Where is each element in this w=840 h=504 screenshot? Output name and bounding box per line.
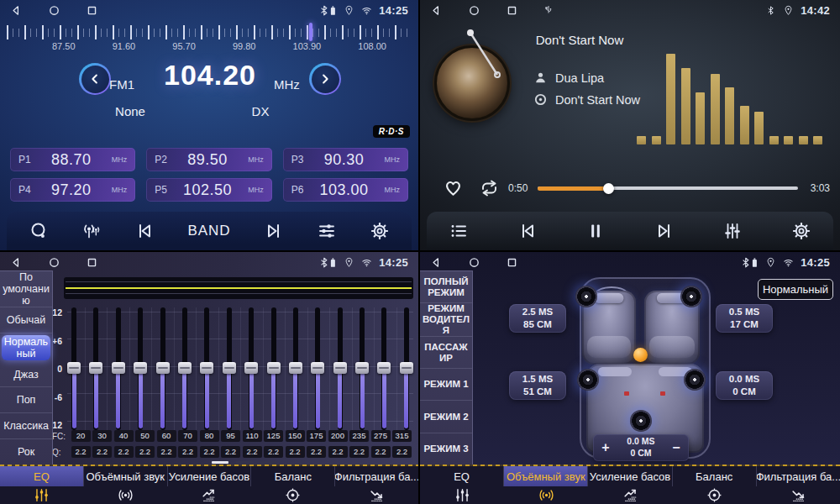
- tab-balance[interactable]: Баланс: [250, 466, 334, 486]
- back-icon[interactable]: [10, 256, 23, 269]
- tab-eq-sliders[interactable]: EQ: [420, 466, 503, 486]
- eq-preset-item[interactable]: Классика: [0, 413, 52, 439]
- slider-thumb[interactable]: [178, 362, 192, 374]
- tune-up-button[interactable]: [309, 63, 341, 95]
- broadcast-icon[interactable]: [81, 221, 102, 241]
- slider-thumb[interactable]: [267, 362, 281, 374]
- slider-thumb[interactable]: [156, 362, 170, 374]
- eq-preset-item[interactable]: Нормальный: [2, 335, 50, 360]
- home-icon[interactable]: [48, 4, 60, 17]
- slider-thumb[interactable]: [112, 362, 125, 374]
- eq-band-slider[interactable]: [333, 307, 347, 430]
- radio-preset-button[interactable]: P289.50MHz: [146, 148, 271, 171]
- profile-button[interactable]: Нормальный: [758, 279, 833, 300]
- surround-sound-icon[interactable]: [504, 486, 588, 504]
- eq-preset-item[interactable]: Рок: [0, 439, 52, 465]
- tab-eq-sliders[interactable]: EQ: [0, 466, 83, 486]
- home-icon[interactable]: [48, 256, 60, 269]
- tab-bass-boost[interactable]: Усиление басов: [167, 466, 251, 486]
- listening-mode-item[interactable]: ПАССАЖИР: [420, 337, 472, 369]
- eq-band-slider[interactable]: [244, 307, 258, 430]
- bass-boost-icon[interactable]: [588, 486, 672, 504]
- listening-mode-item[interactable]: ПОЛНЫЙ РЕЖИМ: [420, 271, 472, 303]
- balance-icon[interactable]: [251, 486, 335, 504]
- eq-band-slider[interactable]: [311, 307, 324, 430]
- radio-preset-button[interactable]: P188.70MHz: [10, 148, 135, 171]
- listening-position-marker[interactable]: [633, 348, 648, 362]
- scan-search-icon[interactable]: [29, 221, 49, 241]
- decrease-delay-button[interactable]: −: [664, 440, 689, 455]
- listening-mode-item[interactable]: РЕЖИМ ВОДИТЕЛЯ: [420, 303, 472, 337]
- recents-icon[interactable]: [86, 4, 98, 17]
- recents-icon[interactable]: [506, 256, 518, 269]
- slider-thumb[interactable]: [244, 362, 258, 374]
- recents-icon[interactable]: [86, 256, 98, 269]
- progress-bar[interactable]: [538, 186, 798, 190]
- eq-band-slider[interactable]: [200, 307, 213, 430]
- slider-thumb[interactable]: [377, 362, 391, 374]
- eq-band-slider[interactable]: [134, 307, 147, 430]
- tab-bass-filter[interactable]: Фильтрация ба...: [756, 466, 840, 486]
- slider-thumb[interactable]: [333, 362, 347, 374]
- eq-band-slider[interactable]: [67, 307, 81, 430]
- tune-down-button[interactable]: [79, 63, 111, 95]
- recents-icon[interactable]: [506, 4, 518, 17]
- eq-band-slider[interactable]: [400, 307, 413, 430]
- playlist-icon[interactable]: [449, 221, 469, 241]
- eq-preset-item[interactable]: По умолчанию: [0, 271, 52, 307]
- slider-thumb[interactable]: [400, 362, 413, 374]
- front-left-delay-button[interactable]: 2.5 MS 85 CM: [509, 304, 566, 333]
- tab-surround-sound[interactable]: Объёмный звук: [503, 466, 587, 486]
- front-right-delay-button[interactable]: 0.5 MS 17 CM: [716, 304, 773, 333]
- eq-band-slider[interactable]: [355, 307, 369, 430]
- repeat-icon[interactable]: [478, 178, 501, 198]
- home-icon[interactable]: [468, 256, 480, 269]
- bass-filter-icon[interactable]: [756, 486, 840, 504]
- eq-band-slider[interactable]: [267, 307, 281, 430]
- pause-icon[interactable]: [585, 221, 606, 241]
- favorite-icon[interactable]: [443, 177, 464, 198]
- slider-thumb[interactable]: [134, 362, 147, 374]
- radio-preset-button[interactable]: P5102.50MHz: [146, 178, 271, 202]
- band-button[interactable]: BAND: [187, 223, 230, 239]
- eq-band-slider[interactable]: [178, 307, 192, 430]
- slider-thumb[interactable]: [67, 362, 81, 374]
- rear-left-delay-button[interactable]: 1.5 MS 51 CM: [509, 371, 566, 400]
- next-track-icon[interactable]: [654, 221, 675, 241]
- slider-thumb[interactable]: [200, 362, 213, 374]
- progress-thumb[interactable]: [603, 183, 614, 194]
- eq-band-slider[interactable]: [89, 307, 102, 430]
- seek-next-icon[interactable]: [264, 221, 284, 241]
- slider-thumb[interactable]: [89, 362, 102, 374]
- eq-band-slider[interactable]: [112, 307, 125, 430]
- eq-band-slider[interactable]: [377, 307, 391, 430]
- gear-icon[interactable]: [370, 221, 390, 241]
- back-icon[interactable]: [430, 256, 443, 269]
- balance-icon[interactable]: [672, 486, 756, 504]
- slider-thumb[interactable]: [355, 362, 369, 374]
- eq-band-slider[interactable]: [223, 307, 236, 430]
- eq-preset-item[interactable]: Обычай: [0, 307, 52, 333]
- frequency-scale[interactable]: 87.5091.6095.7099.80103.90108.00: [7, 25, 412, 55]
- increase-delay-button[interactable]: +: [593, 440, 618, 455]
- eq-band-slider[interactable]: [289, 307, 302, 430]
- surround-sound-icon[interactable]: [84, 486, 168, 504]
- gear-icon[interactable]: [791, 221, 811, 241]
- rear-right-delay-button[interactable]: 0.0 MS 0 CM: [716, 371, 773, 400]
- tab-bass-filter[interactable]: Фильтрация ба...: [334, 466, 418, 486]
- bass-filter-icon[interactable]: [334, 486, 418, 504]
- seek-previous-icon[interactable]: [134, 221, 155, 241]
- tab-surround-sound[interactable]: Объёмный звук: [83, 466, 167, 486]
- home-icon[interactable]: [468, 4, 480, 17]
- slider-thumb[interactable]: [289, 362, 302, 374]
- radio-preset-button[interactable]: P390.30MHz: [283, 148, 408, 171]
- back-icon[interactable]: [430, 4, 443, 17]
- listening-mode-item[interactable]: РЕЖИМ 3: [420, 433, 472, 465]
- listening-mode-item[interactable]: РЕЖИМ 1: [420, 369, 472, 401]
- eq-preset-item[interactable]: Поп: [0, 387, 52, 413]
- previous-track-icon[interactable]: [517, 221, 538, 241]
- slider-thumb[interactable]: [223, 362, 236, 374]
- slider-thumb[interactable]: [311, 362, 324, 374]
- equalizer-icon[interactable]: [722, 221, 743, 241]
- audio-settings-icon[interactable]: [317, 221, 337, 241]
